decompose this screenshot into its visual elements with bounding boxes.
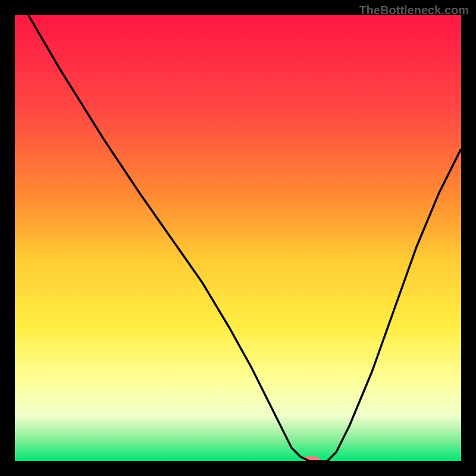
watermark-text: TheBottleneck.com: [359, 4, 469, 17]
chart-container: TheBottleneck.com: [0, 0, 476, 476]
gradient-background: [15, 15, 461, 461]
plot-area: [15, 15, 461, 461]
chart-svg: [15, 15, 461, 461]
